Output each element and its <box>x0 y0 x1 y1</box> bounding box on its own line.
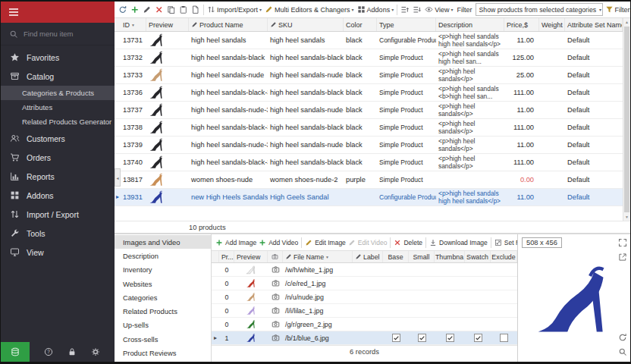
product-row-13739[interactable]: 13739high heel sandals-nude-37high heel … <box>115 136 623 154</box>
edit-video-button[interactable]: Edit Video <box>348 239 388 246</box>
download-image-button[interactable]: Download Image <box>429 239 488 246</box>
tab-images-and-video[interactable]: Images and Video <box>115 235 211 249</box>
tab-categories[interactable]: Categories <box>115 290 211 304</box>
lock-button[interactable] <box>67 347 77 356</box>
product-row-13732[interactable]: 13732high heel sandals-blackhigh heel sa… <box>115 49 623 67</box>
column-header-sku[interactable]: SKU <box>268 18 344 31</box>
product-row-13931[interactable]: ▸13931new High Heels SandalsHigh Geels S… <box>115 189 623 206</box>
sidebar-item-view[interactable]: View <box>1 243 115 262</box>
swatch-checkbox[interactable] <box>474 334 482 342</box>
tab-description[interactable]: Description <box>115 249 211 262</box>
refresh-button[interactable] <box>118 3 128 17</box>
sidebar-item-customers[interactable]: Customers <box>1 129 115 148</box>
sidebar-item-tools[interactable]: Tools <box>1 224 115 243</box>
database-connection-button[interactable] <box>1 342 30 362</box>
help-button[interactable] <box>44 347 53 356</box>
image-row[interactable]: 0/g/r/green_2.jpg <box>212 318 517 331</box>
image-row[interactable]: 0/c/e/red_1.jpg <box>212 277 517 290</box>
panel-collapse-handle[interactable]: ◂ <box>115 168 121 187</box>
column-header-file-name[interactable]: File Name▼ <box>283 251 353 262</box>
copy-button[interactable] <box>166 3 177 17</box>
tab-websites[interactable]: Websites <box>115 277 211 290</box>
column-header-preview[interactable]: Preview <box>234 251 268 262</box>
add-product-button[interactable] <box>130 3 140 17</box>
small-checkbox[interactable] <box>418 334 426 342</box>
sidebar-item-attributes[interactable]: Attributes <box>1 100 115 115</box>
column-header-color[interactable]: Color <box>344 18 377 31</box>
category-filter-select[interactable]: Show products from selected categories▾ <box>476 3 603 16</box>
import-export-menu[interactable]: Import/Export▾ <box>206 5 262 14</box>
product-row-13733[interactable]: 13733high heel sandals-nudehigh heel san… <box>115 67 623 84</box>
tab-up-sells[interactable]: Up-sells <box>115 318 211 332</box>
product-row-13736[interactable]: 13736high heel sandals-black-36high heel… <box>115 84 623 102</box>
column-header-description[interactable]: Description <box>436 18 504 31</box>
addons-menu[interactable]: Addons▾ <box>356 5 395 14</box>
product-row-13731[interactable]: 13731high heel sandalshigh heel sandalsb… <box>115 32 623 49</box>
expand-row-icon[interactable]: ▸ <box>116 194 119 200</box>
scrollbar-thumb[interactable] <box>624 27 629 212</box>
sidebar-item-favorites[interactable]: Favorites <box>1 48 115 67</box>
tab-related-products[interactable]: Related Products <box>115 304 211 318</box>
fullscreen-button[interactable] <box>618 238 627 247</box>
expand-row-icon[interactable]: ▸ <box>214 335 217 341</box>
tab-product-reviews[interactable]: Product Reviews <box>115 346 211 359</box>
sidebar-item-categories-products[interactable]: Categories & Products <box>1 86 115 100</box>
column-header-weight[interactable]: Weight <box>539 18 565 31</box>
tab-inventory[interactable]: Inventory <box>115 263 211 277</box>
sidebar-item-addons[interactable]: Addons <box>1 186 115 205</box>
image-row[interactable]: 0/w/h/white_1.jpg <box>212 263 517 277</box>
duplicate-button[interactable] <box>190 3 201 17</box>
view-menu[interactable]: View▾ <box>424 5 454 14</box>
edit-product-button[interactable] <box>142 3 152 17</box>
paste-button[interactable] <box>178 3 189 17</box>
product-row-13738[interactable]: 13738high heel sandals-black-37high heel… <box>115 119 623 136</box>
zoom-button[interactable] <box>618 347 627 356</box>
column-header-small[interactable]: Small <box>409 251 435 262</box>
base-checkbox[interactable] <box>392 334 400 342</box>
rotate-button[interactable] <box>618 333 627 342</box>
thumbnail-checkbox[interactable] <box>446 334 454 342</box>
sidebar-item-orders[interactable]: Orders <box>1 148 115 167</box>
tab-cross-sells[interactable]: Cross-sells <box>115 332 211 346</box>
column-header-preview[interactable]: Preview <box>146 18 189 31</box>
edit-image-button[interactable]: Edit Image <box>305 239 346 246</box>
set-resize-rule-button[interactable]: Set Resize Rule <box>494 239 517 246</box>
product-row-13817[interactable]: 13817women shoes-nudewomen shoes-nude-2p… <box>115 171 623 189</box>
add-video-button[interactable]: Add Video <box>259 239 298 246</box>
column-header-exclude[interactable]: Exclude <box>491 251 517 262</box>
collapse-all-button[interactable] <box>412 3 422 17</box>
sidebar-item-catalog[interactable]: Catalog <box>1 67 115 86</box>
image-row[interactable]: 0/l/i/lilac_1.jpg <box>212 304 517 318</box>
delete-image-button[interactable]: Delete <box>394 239 422 246</box>
scroll-up-arrow[interactable]: ▲ <box>623 18 630 26</box>
column-header-swatch[interactable]: Swatch <box>465 251 491 262</box>
column-header-id[interactable]: ID▼ <box>121 18 146 31</box>
column-header-type[interactable]: Type <box>377 18 436 31</box>
scroll-down-arrow[interactable]: ▼ <box>623 213 630 221</box>
add-image-button[interactable]: Add Image <box>215 239 256 246</box>
product-row-13737[interactable]: 13737high heel sandals-nude-36high heel … <box>115 102 623 119</box>
settings-button[interactable] <box>91 347 100 356</box>
multi-editors-menu[interactable]: Multi Editors & Changers▾ <box>264 5 355 14</box>
column-header-attribute-set-name[interactable]: Attribute Set Name <box>565 18 623 31</box>
column-header-priority[interactable]: Pr... <box>219 251 234 262</box>
column-header-label[interactable]: Label <box>353 251 383 262</box>
column-header-base[interactable]: Base <box>383 251 409 262</box>
hamburger-menu-icon[interactable] <box>8 6 20 18</box>
open-external-button[interactable] <box>618 253 627 262</box>
column-header-thumbnail[interactable]: Thumbna <box>435 251 465 262</box>
sidebar-item-import-export[interactable]: Import / Export <box>1 205 115 224</box>
sidebar-item-reports[interactable]: Reports <box>1 167 115 186</box>
vertical-scrollbar[interactable]: ▲ ▼ <box>623 18 630 221</box>
exclude-checkbox[interactable] <box>500 334 508 342</box>
menu-search-input[interactable] <box>24 30 99 38</box>
image-row[interactable]: 0/n/u/nude.jpg <box>212 290 517 304</box>
delete-product-button[interactable] <box>154 3 165 17</box>
product-row-13740[interactable]: 13740high heel sandals-black-38high heel… <box>115 154 623 171</box>
filters-menu[interactable]: Filters▾ <box>604 5 630 14</box>
sidebar-item-related-products-generator[interactable]: Related Products Generator <box>1 115 115 129</box>
image-row[interactable]: ▸1/b/1/blue_6.jpg <box>212 331 517 345</box>
expand-all-button[interactable] <box>400 3 410 17</box>
column-header-product-name[interactable]: Product Name <box>189 18 268 31</box>
column-header-price[interactable]: Price,$ <box>504 18 539 31</box>
